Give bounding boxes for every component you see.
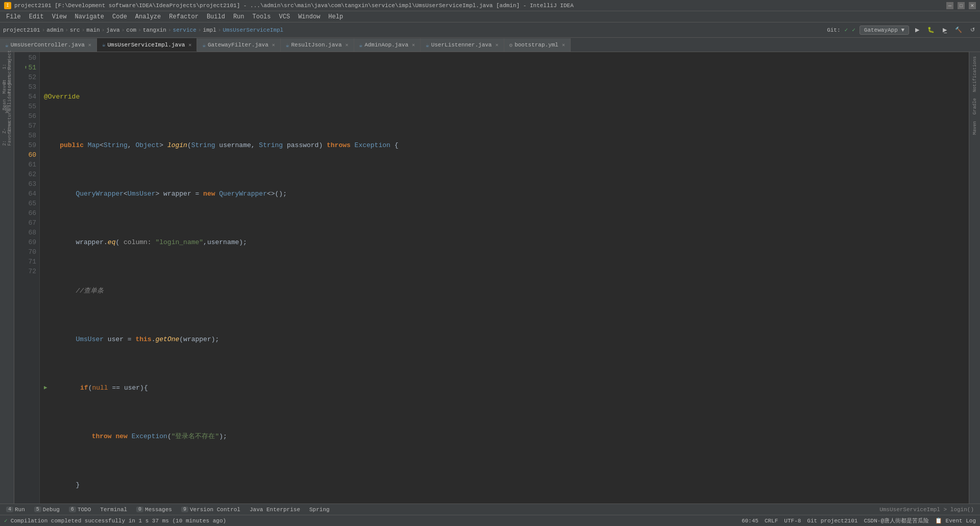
tab-adminaop[interactable]: ☕ AdminAop.java ✕ bbox=[354, 38, 421, 52]
tab-bootstrap[interactable]: ⚙ bootstrap.yml ✕ bbox=[504, 38, 571, 52]
bottom-tab-vcs[interactable]: 9 Version Control bbox=[177, 505, 244, 515]
tab-icon: ☕ bbox=[286, 42, 289, 49]
line-numbers: 50 ⬆51 52 53 54 55 56 57 58 59 60 61 62 … bbox=[14, 52, 40, 504]
ln-63: 63 bbox=[17, 179, 36, 189]
ln-65: 65 bbox=[17, 199, 36, 208]
sidebar-bean[interactable]: Bean Validation bbox=[2, 91, 13, 102]
editor-area[interactable]: 50 ⬆51 52 53 54 55 56 57 58 59 60 61 62 … bbox=[14, 52, 969, 504]
ln-61: 61 bbox=[17, 160, 36, 170]
status-bar: ✓ Compilation completed successfully in … bbox=[0, 515, 980, 526]
debug-button[interactable]: 🐛 bbox=[925, 26, 937, 34]
ln-60: 60 bbox=[17, 150, 36, 160]
bottom-tab-run[interactable]: 4 Run bbox=[2, 505, 29, 515]
menu-tools[interactable]: Tools bbox=[249, 12, 275, 21]
ln-54: 54 bbox=[17, 92, 36, 102]
ln-57: 57 bbox=[17, 121, 36, 131]
tab-icon: ☕ bbox=[426, 42, 429, 49]
rs-gradle[interactable]: Gradle bbox=[972, 96, 977, 116]
menu-run[interactable]: Run bbox=[229, 12, 249, 21]
menu-refactor[interactable]: Refactor bbox=[165, 12, 203, 21]
tab-close-icon[interactable]: ✕ bbox=[562, 42, 565, 48]
tab-resultjson[interactable]: ☕ ResultJson.java ✕ bbox=[281, 38, 354, 52]
tab-gatewayfilter[interactable]: ☕ GatewayFilter.java ✕ bbox=[197, 38, 280, 52]
bottom-tab-spring[interactable]: Spring bbox=[305, 505, 334, 515]
tab-label: AdminAop.java bbox=[364, 42, 408, 48]
window-controls: ─ □ ✕ bbox=[946, 2, 976, 9]
toolbar-right: Git: ✓ ✓ GatewayApp ▼ ▶ 🐛 ▶̲ 🔨 ↺ bbox=[827, 26, 977, 35]
tab-icon: ☕ bbox=[5, 42, 9, 49]
build-button[interactable]: 🔨 bbox=[953, 26, 964, 34]
status-encoding: UTF-8 bbox=[784, 518, 801, 524]
tab-close-icon[interactable]: ✕ bbox=[346, 42, 349, 48]
bottom-tab-debug[interactable]: 5 Debug bbox=[30, 505, 64, 515]
coverage-button[interactable]: ▶̲ bbox=[941, 26, 949, 34]
code-line-53: wrapper. eq ( column: "login_name" ,user… bbox=[44, 237, 969, 247]
bc-main[interactable]: main bbox=[86, 27, 100, 33]
rs-notifications[interactable]: Notifications bbox=[972, 54, 977, 94]
tab-userlistenner[interactable]: ☕ UserListenner.java ✕ bbox=[421, 38, 504, 52]
tab-close-icon[interactable]: ✕ bbox=[88, 42, 91, 48]
bc-java[interactable]: java bbox=[106, 27, 119, 33]
bc-service[interactable]: service bbox=[173, 27, 197, 33]
menu-vcs[interactable]: VCS bbox=[275, 12, 295, 21]
ln-64: 64 bbox=[17, 189, 36, 199]
code-line-54: //查单条 bbox=[44, 286, 969, 296]
status-position: 60:45 bbox=[742, 518, 758, 524]
bottom-tab-messages[interactable]: 0 Messages bbox=[132, 505, 176, 515]
tab-icon: ⚙ bbox=[509, 42, 513, 49]
ln-67: 67 bbox=[17, 218, 36, 228]
event-log-icon[interactable]: 📋 Event Log bbox=[935, 517, 976, 524]
left-sidebar: 1: Project 2: Structure Maven Project Be… bbox=[0, 52, 14, 504]
code-line-50: @Override bbox=[44, 92, 969, 102]
ln-56: 56 bbox=[17, 111, 36, 121]
bc-file[interactable]: UmsUserServiceImpl bbox=[223, 27, 283, 33]
tab-close-icon[interactable]: ✕ bbox=[188, 42, 191, 48]
maximize-button[interactable]: □ bbox=[958, 2, 965, 9]
code-container: 50 ⬆51 52 53 54 55 56 57 58 59 60 61 62 … bbox=[14, 52, 969, 504]
bc-tangxin[interactable]: tangxin bbox=[143, 27, 166, 33]
menu-file[interactable]: File bbox=[2, 12, 25, 21]
tab-close-icon[interactable]: ✕ bbox=[272, 42, 275, 48]
close-button[interactable]: ✕ bbox=[969, 2, 976, 9]
git-label: Git: bbox=[827, 27, 840, 33]
menu-window[interactable]: Window bbox=[294, 12, 324, 21]
menu-analyze[interactable]: Analyze bbox=[131, 12, 165, 21]
menu-navigate[interactable]: Navigate bbox=[70, 12, 108, 21]
right-sidebar: Notifications Gradle Maven bbox=[969, 52, 980, 504]
tab-close-icon[interactable]: ✕ bbox=[412, 42, 415, 48]
menu-view[interactable]: View bbox=[48, 12, 71, 21]
bc-src[interactable]: src bbox=[70, 27, 80, 33]
run-config-dropdown[interactable]: GatewayApp ▼ bbox=[860, 26, 909, 35]
tab-icon: ☕ bbox=[202, 42, 206, 49]
bc-project[interactable]: project2101 bbox=[3, 27, 40, 33]
bc-admin[interactable]: admin bbox=[46, 27, 63, 33]
tab-close-icon[interactable]: ✕ bbox=[495, 42, 498, 48]
menu-edit[interactable]: Edit bbox=[25, 12, 48, 21]
tab-icon: ☕ bbox=[102, 41, 106, 48]
bc-impl[interactable]: impl bbox=[203, 27, 216, 33]
bottom-tab-java-enterprise[interactable]: Java Enterprise bbox=[246, 505, 304, 515]
tab-umsuserserviceimpl[interactable]: ☕ UmsUserServiceImpl.java ✕ bbox=[97, 38, 197, 52]
title-bar: I project2101 [F:\Development software\I… bbox=[0, 0, 980, 11]
minimize-button[interactable]: ─ bbox=[946, 2, 953, 9]
reload-button[interactable]: ↺ bbox=[968, 26, 977, 34]
window-title: project2101 [F:\Development software\IDE… bbox=[14, 3, 946, 9]
bc-com[interactable]: com bbox=[126, 27, 136, 33]
app-icon: I bbox=[4, 2, 11, 9]
tab-label: GatewayFilter.java bbox=[208, 42, 268, 48]
bottom-tab-todo[interactable]: 6 TODO bbox=[65, 505, 95, 515]
ln-50: 50 bbox=[17, 53, 36, 63]
menu-build[interactable]: Build bbox=[203, 12, 229, 21]
run-button[interactable]: ▶ bbox=[913, 26, 921, 34]
ln-69: 69 bbox=[17, 237, 36, 247]
menu-code[interactable]: Code bbox=[108, 12, 131, 21]
rs-maven[interactable]: Maven bbox=[972, 119, 977, 137]
bottom-breadcrumb: UmsUserServiceImpl > login() bbox=[879, 507, 978, 513]
ln-71: 71 bbox=[17, 257, 36, 267]
bottom-tab-terminal[interactable]: Terminal bbox=[96, 505, 131, 515]
sidebar-favorites[interactable]: 2: Favorites bbox=[2, 128, 13, 139]
tab-umsusercontroller[interactable]: ☕ UmsUserController.java ✕ bbox=[0, 38, 97, 52]
git-check-icon: ✓ bbox=[845, 27, 848, 33]
code-line-55: UmsUser user = this . getOne (wrapper); bbox=[44, 334, 969, 344]
menu-help[interactable]: Help bbox=[324, 12, 347, 21]
